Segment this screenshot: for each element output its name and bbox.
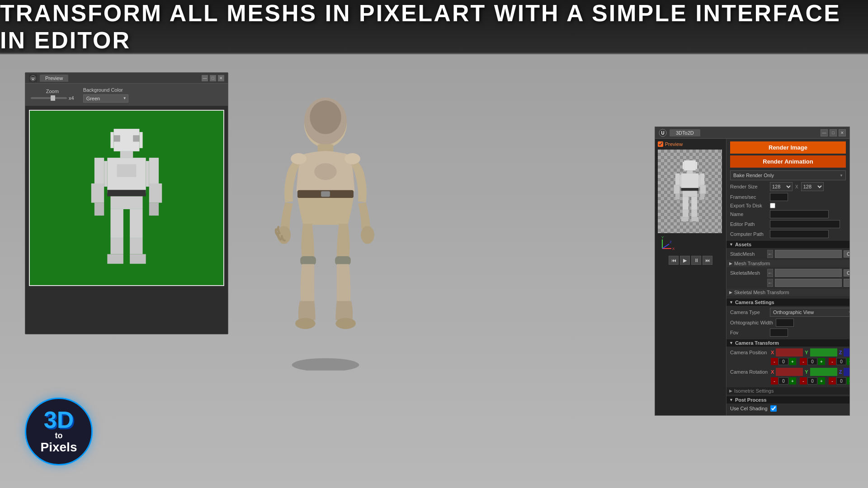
clear-meshes-button[interactable]: Clear Meshes	[844, 250, 849, 258]
minimize-button[interactable]: —	[202, 75, 208, 81]
render-height-select[interactable]: 12864256512	[801, 182, 824, 191]
cam-ry-input[interactable]: 0	[810, 368, 837, 376]
bake-render-select[interactable]: Bake Render Only	[730, 170, 846, 180]
preview-checkbox[interactable]	[658, 141, 663, 147]
cam-z-input[interactable]: 0	[844, 348, 849, 357]
x-plus-btn[interactable]: +	[789, 358, 796, 365]
editor-path-row: Editor Path /Game/3dToPixel/RenderOutput…	[730, 220, 846, 228]
assets-arrow-icon: ▼	[729, 242, 733, 247]
svg-rect-21	[130, 238, 142, 254]
rz-plus-btn[interactable]: +	[847, 377, 849, 385]
computer-path-input[interactable]: C:\	[770, 230, 829, 238]
static-mesh-input[interactable]: None	[775, 250, 842, 258]
ortho-width-input[interactable]: 190	[776, 319, 794, 327]
z-minus-btn[interactable]: -	[829, 358, 836, 365]
skeletal-mesh-input[interactable]: None	[775, 269, 842, 277]
preview-window: U Preview — □ ✕ Zoom x4 Background Color…	[25, 72, 228, 334]
static-mesh-arrow-btn[interactable]: ←	[767, 250, 773, 258]
svg-rect-18	[110, 238, 123, 254]
bg-color-label: Background Color	[83, 87, 123, 93]
isometric-arrow-icon: ▶	[729, 389, 732, 393]
svg-rect-8	[146, 161, 149, 187]
clear-skeletal-button[interactable]: Clear Skeletal	[844, 269, 849, 277]
svg-point-40	[291, 153, 307, 164]
export-disk-checkbox[interactable]	[770, 203, 775, 208]
svg-rect-7	[104, 161, 107, 187]
panel-body: Preview	[655, 139, 849, 415]
window-controls: — □ ✕	[202, 75, 224, 81]
skip-back-btn[interactable]: ⏮	[669, 256, 679, 265]
pause-btn[interactable]: ⏸	[691, 256, 701, 265]
isometric-label: Isometric Settings	[734, 388, 774, 394]
cam-rx-input[interactable]: 0	[776, 368, 803, 376]
svg-rect-60	[683, 210, 689, 217]
zoom-value: x4	[69, 95, 74, 101]
preview-checkbox-label: Preview	[665, 141, 683, 147]
cam-rz-input[interactable]: 0	[844, 368, 849, 376]
render-width-select[interactable]: 12864256512	[770, 182, 793, 191]
skeletal-mesh-arrow-btn[interactable]: ←	[767, 269, 773, 277]
svg-rect-19	[107, 254, 123, 263]
skip-fwd-btn[interactable]: ⏭	[703, 256, 712, 265]
camera-rot-row: Camera Rotation X 0 Y 0 Z 0 Reset	[730, 368, 846, 376]
skeletal-extra-value[interactable]	[844, 279, 849, 287]
svg-text:Y: Y	[661, 235, 664, 239]
bake-render-row: Bake Render Only ▼	[730, 170, 846, 180]
svg-rect-58	[683, 191, 697, 197]
name-input[interactable]: Render	[770, 210, 829, 218]
close-button[interactable]: ✕	[218, 75, 224, 81]
svg-point-29	[310, 100, 341, 134]
preview-canvas	[29, 110, 224, 286]
panel-window-controls: — □ ✕	[821, 129, 846, 136]
svg-rect-36	[335, 256, 351, 265]
skeletal-extra-arrow[interactable]: ←	[767, 279, 773, 287]
rz-step-val: 0	[836, 377, 846, 385]
rx-minus-btn[interactable]: -	[771, 377, 778, 385]
rx-plus-btn[interactable]: +	[789, 377, 796, 385]
editor-path-input[interactable]: /Game/3dToPixel/RenderOutput/	[770, 220, 840, 228]
assets-section-label: Assets	[735, 242, 751, 247]
post-process-header: ▼ Post Process	[726, 396, 849, 404]
x-minus-btn[interactable]: -	[771, 358, 778, 365]
maximize-button[interactable]: □	[210, 75, 216, 81]
cam-y-input[interactable]: 0	[810, 348, 837, 357]
panel-maximize-button[interactable]: □	[830, 129, 837, 136]
panel-minimize-button[interactable]: —	[821, 129, 828, 136]
preview-tab[interactable]: Preview	[40, 75, 68, 82]
fov-input[interactable]: 40	[770, 328, 788, 337]
ry-plus-btn[interactable]: +	[818, 377, 825, 385]
play-btn[interactable]: ▶	[680, 256, 690, 265]
frames-sec-input[interactable]: 30	[770, 193, 788, 201]
cam-rot-label: Camera Rotation	[730, 369, 769, 375]
y-minus-btn[interactable]: -	[800, 358, 807, 365]
camera-pos-row: Camera Position X -400 Y 0 Z 0 Reset	[730, 348, 846, 357]
panel-close-button[interactable]: ✕	[839, 129, 846, 136]
isometric-settings-header: ▶ Isometric Settings	[726, 387, 849, 394]
bg-color-select[interactable]: Green Blue Red Black White	[83, 94, 128, 103]
svg-rect-48	[681, 173, 699, 189]
svg-rect-44	[684, 160, 696, 170]
render-size-x-label: X	[795, 184, 798, 189]
render-image-button[interactable]: Render Image	[730, 141, 846, 154]
svg-rect-45	[683, 162, 684, 169]
z-plus-btn[interactable]: +	[847, 358, 849, 365]
cam-pos-label: Camera Position	[730, 350, 769, 355]
axis-svg: X Y Z	[658, 235, 680, 253]
panel-tab[interactable]: 3DTo2D	[670, 129, 700, 136]
rz-minus-btn[interactable]: -	[829, 377, 836, 385]
skeletal-extra-input[interactable]	[775, 279, 842, 287]
render-animation-button[interactable]: Render Animation	[730, 155, 846, 168]
cel-shading-checkbox[interactable]	[770, 405, 777, 412]
logo-to: to	[55, 432, 63, 440]
zoom-slider[interactable]	[31, 97, 67, 99]
svg-point-26	[292, 358, 359, 371]
svg-rect-59	[683, 197, 689, 210]
svg-rect-22	[130, 254, 146, 263]
camera-type-select[interactable]: Orthographic View Perspective View	[770, 308, 849, 317]
camera-transform-header: ▼ Camera Transform	[726, 339, 849, 347]
cam-x-input[interactable]: -400	[776, 348, 803, 357]
svg-rect-3	[110, 132, 113, 148]
preview-image-box	[658, 150, 722, 233]
y-plus-btn[interactable]: +	[818, 358, 825, 365]
ry-minus-btn[interactable]: -	[800, 377, 807, 385]
